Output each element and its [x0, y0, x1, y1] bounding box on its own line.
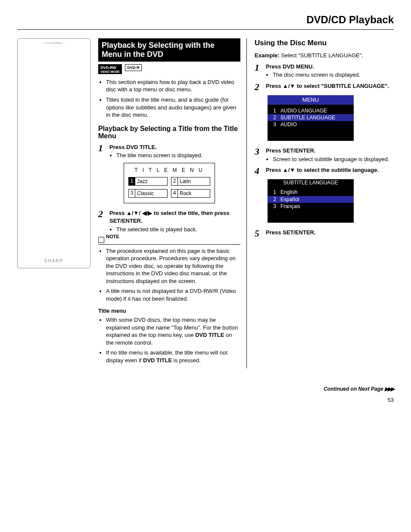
arrows-icon: ▲/▼/ ◀/▶: [126, 210, 152, 216]
arrows-icon: ▲/▼: [283, 83, 295, 89]
rstep-3: 3 Press SET/ENTER. Screen to select subt…: [255, 147, 394, 163]
rstep-4: 4 Press ▲/▼ to select the subtitle langu…: [255, 166, 394, 176]
osd-menu-1: MENU 1AUDIO LANGUAGE 2SUBTITLE LANGUAGE …: [268, 95, 354, 141]
step-2: 2 Press ▲/▼/ ◀/▶ to select the title, th…: [98, 209, 240, 233]
rstep-2: 2 Press ▲/▼ to select "SUBTITLE LANGUAGE…: [255, 82, 394, 92]
page-number: 53: [388, 397, 394, 403]
badge-dvd-rw: DVD-RW VIDEO MODE: [98, 64, 122, 74]
osd-menu-2: SUBTITLE LANGUAGE 1English 2Español 3Fra…: [268, 179, 354, 223]
note-icon: [98, 237, 104, 243]
remote-brand: SHARP: [18, 258, 90, 264]
badge-dvd-r: DVD-R: [125, 64, 142, 71]
title-menu-sub-bullets: With some DVD discs, the top menu may be…: [98, 316, 240, 364]
title-section-heading: Playback by Selecting a Title from the T…: [98, 125, 240, 140]
note-divider: NOTE: [98, 236, 240, 245]
remote-illustration: — TV CONTROL — SHARP: [17, 38, 90, 268]
section-banner: Playback by Selecting with the Menu in t…: [98, 38, 240, 61]
right-heading: Using the Disc Menu: [255, 38, 394, 48]
disc-badges: DVD-RW VIDEO MODE DVD-R: [98, 64, 240, 74]
continued-arrows-icon: ▶▶▶: [385, 386, 394, 392]
example-line: Example: Select "SUBTITLE LANGUAGE".: [255, 52, 394, 59]
page-title: DVD/CD Playback: [17, 13, 394, 30]
rstep-5: 5 Press SET/ENTER.: [255, 229, 394, 238]
arrows-icon: ▲/▼: [283, 167, 295, 173]
title-menu-illustration: T I T L E M E N U 1Jazz 2Latin 3Classic …: [124, 163, 215, 204]
title-menu-subheading: Title menu: [98, 307, 240, 315]
continued-label: Continued on Next Page ▶▶▶: [324, 386, 394, 392]
intro-bullets: This section explains how to play back a…: [98, 78, 240, 119]
note-bullets: The procedure explained on this page is …: [98, 247, 240, 303]
rstep-1: 1 Press DVD MENU. The disc menu screen i…: [255, 63, 394, 79]
step-1: 1 Press DVD TITLE. The title menu screen…: [98, 143, 240, 159]
